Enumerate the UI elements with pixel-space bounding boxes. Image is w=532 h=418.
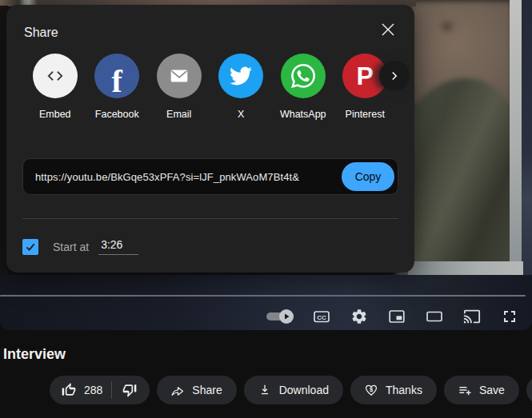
thumbs-up-icon (61, 382, 77, 398)
thumbs-down-icon (122, 382, 138, 398)
share-target-label: X (238, 109, 244, 120)
share-url-input[interactable]: https://youtu.be/BkGqe53xPFA?si=lJF_pnkW… (35, 171, 346, 183)
share-button[interactable]: Share (157, 376, 236, 404)
like-count: 288 (84, 384, 102, 396)
captions-icon[interactable]: CC (312, 307, 331, 326)
save-button[interactable]: Save (444, 376, 519, 404)
scroll-right-button[interactable] (379, 61, 410, 91)
save-button-label: Save (479, 384, 505, 396)
headboard-tuft (442, 22, 453, 30)
fullscreen-icon[interactable] (500, 307, 519, 326)
miniplayer-icon[interactable] (387, 307, 406, 326)
settings-gear-icon[interactable] (350, 307, 369, 326)
playlist-add-icon (457, 382, 473, 398)
share-targets-row: Embed f Facebook X Email (24, 54, 396, 120)
share-dialog-title: Share (24, 26, 58, 40)
autoplay-toggle-knob (279, 309, 294, 324)
share-target-label: Email (166, 109, 191, 120)
thanks-button[interactable]: $ Thanks (350, 376, 437, 404)
action-buttons-row: 288 Share Download (50, 376, 532, 404)
share-target-label: Facebook (95, 109, 139, 120)
more-actions-button[interactable] (526, 376, 532, 404)
download-button[interactable]: Download (244, 376, 343, 404)
theater-mode-icon[interactable] (425, 307, 444, 326)
start-at-label: Start at (53, 241, 89, 253)
player-controls: CC (266, 307, 519, 326)
autoplay-toggle[interactable] (266, 309, 294, 324)
like-dislike-pill: 288 (50, 376, 150, 404)
share-target-label: Pinterest (346, 109, 385, 120)
thanks-button-label: Thanks (386, 384, 422, 396)
dialog-divider (22, 218, 398, 219)
start-at-row: Start at 3:26 (22, 238, 138, 255)
whatsapp-icon (281, 54, 326, 98)
share-url-box: https://youtu.be/BkGqe53xPFA?si=lJF_pnkW… (22, 158, 398, 195)
share-target-facebook[interactable]: f Facebook (86, 54, 149, 120)
share-target-x[interactable]: X (210, 54, 273, 120)
share-dialog: Share Embed f Facebook (6, 5, 414, 273)
dislike-button[interactable] (112, 376, 150, 404)
heart-dollar-icon: $ (363, 382, 379, 398)
download-button-label: Download (279, 384, 329, 396)
watch-info-section: Interview 288 Share (0, 330, 532, 418)
share-target-embed[interactable]: Embed (24, 54, 86, 120)
close-icon[interactable] (374, 16, 402, 43)
svg-text:$: $ (370, 386, 374, 393)
start-at-time-input[interactable]: 3:26 (98, 238, 138, 255)
share-target-email[interactable]: X Email (148, 54, 210, 120)
cast-icon[interactable] (462, 307, 482, 326)
share-arrow-icon (170, 382, 186, 398)
copy-button[interactable]: Copy (342, 162, 394, 191)
facebook-icon: f (94, 54, 139, 98)
share-target-label: WhatsApp (280, 109, 326, 120)
twitter-bird-icon (218, 54, 263, 98)
embed-icon (33, 54, 78, 98)
video-progress-bar[interactable] (0, 295, 526, 297)
email-icon (157, 54, 202, 98)
share-target-whatsapp[interactable]: WhatsApp (272, 54, 334, 120)
start-at-checkbox[interactable] (22, 239, 38, 255)
download-icon (257, 382, 273, 398)
like-button[interactable]: 288 (50, 376, 111, 404)
svg-text:CC: CC (317, 314, 326, 321)
youtube-watch-page: CC (0, 0, 532, 418)
video-title: Interview (3, 346, 66, 363)
share-target-label: Embed (39, 109, 71, 120)
video-mirror-frame (510, 0, 522, 272)
share-button-label: Share (192, 384, 222, 396)
video-mirror-frame (408, 261, 523, 275)
